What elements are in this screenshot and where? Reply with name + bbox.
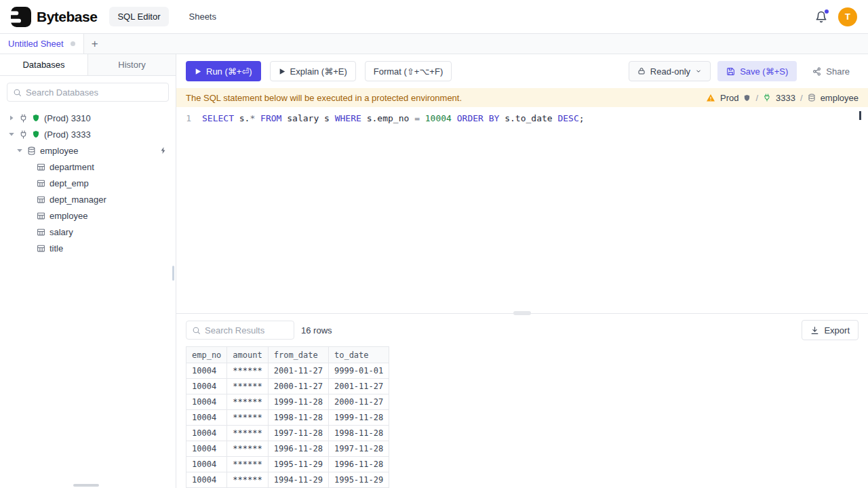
shield-icon <box>32 130 40 138</box>
tree-item-label: employee <box>40 146 78 156</box>
tree-item-prod-3333[interactable]: (Prod) 3333 <box>0 126 176 142</box>
tree-item-employee[interactable]: employee <box>0 207 176 224</box>
table-cell[interactable]: 10004 <box>186 379 227 394</box>
download-icon <box>810 326 819 335</box>
column-header-from_date[interactable]: from_date <box>268 347 328 363</box>
share-button[interactable]: Share <box>804 61 859 81</box>
table-cell[interactable]: 9999-01-01 <box>328 363 389 379</box>
table-cell[interactable]: 1995-11-29 <box>328 472 389 488</box>
tree-item-prod-3310[interactable]: (Prod) 3310 <box>0 110 176 126</box>
run-button[interactable]: Run (⌘+⏎) <box>186 61 261 81</box>
tree-item-label: department <box>50 162 94 172</box>
table-cell[interactable]: 1996-11-28 <box>268 441 328 457</box>
results-table-container: emp_noamountfrom_dateto_date 10004******… <box>176 346 868 488</box>
table-cell[interactable]: 10004 <box>186 394 227 410</box>
brand[interactable]: Bytebase <box>11 7 97 27</box>
tree-item-department[interactable]: department <box>0 159 176 175</box>
table-cell[interactable]: 1998-11-28 <box>328 426 389 441</box>
instance-label[interactable]: 3333 <box>776 93 795 103</box>
table-row[interactable]: 10004******1998-11-281999-11-28 <box>186 410 389 426</box>
table-cell[interactable]: 10004 <box>186 441 227 457</box>
tree-item-employee[interactable]: employee <box>0 142 176 159</box>
column-header-amount[interactable]: amount <box>227 347 268 363</box>
table-cell[interactable]: 1996-11-28 <box>328 457 389 472</box>
shield-icon <box>32 114 40 122</box>
sidebar-resize-handle[interactable] <box>172 266 174 281</box>
tab-dirty-dot[interactable] <box>71 41 75 46</box>
explain-button[interactable]: Explain (⌘+E) <box>270 61 356 81</box>
nav-sql-editor[interactable]: SQL Editor <box>109 7 168 26</box>
database-icon <box>808 94 816 102</box>
add-sheet-button[interactable]: + <box>84 34 106 54</box>
table-cell[interactable]: 2001-11-27 <box>328 379 389 394</box>
database-search-input[interactable] <box>26 87 163 98</box>
table-cell[interactable]: ****** <box>227 410 268 426</box>
table-cell[interactable]: 2000-11-27 <box>268 379 328 394</box>
tab-databases[interactable]: Databases <box>0 54 88 75</box>
environment-label[interactable]: Prod <box>720 93 738 103</box>
panel-drag-handle[interactable] <box>513 311 531 315</box>
tree-item-dept_manager[interactable]: dept_manager <box>0 191 176 207</box>
search-icon <box>13 88 22 97</box>
table-cell[interactable]: ****** <box>227 394 268 410</box>
table-cell[interactable]: 10004 <box>186 363 227 379</box>
column-header-emp_no[interactable]: emp_no <box>186 347 227 363</box>
table-row[interactable]: 10004******1994-11-291995-11-29 <box>186 472 389 488</box>
table-cell[interactable]: 10004 <box>186 410 227 426</box>
tree-item-label: title <box>50 243 63 253</box>
avatar[interactable]: T <box>838 7 857 26</box>
table-cell[interactable]: 1997-11-28 <box>268 426 328 441</box>
table-cell[interactable]: ****** <box>227 379 268 394</box>
tree-item-label: employee <box>50 211 87 221</box>
instance-icon <box>19 114 28 123</box>
editor-overview-cursor <box>859 111 861 120</box>
table-cell[interactable]: ****** <box>227 441 268 457</box>
table-cell[interactable]: ****** <box>227 363 268 379</box>
table-cell[interactable]: ****** <box>227 457 268 472</box>
table-row[interactable]: 10004******2000-11-272001-11-27 <box>186 379 389 394</box>
save-button[interactable]: Save (⌘+S) <box>717 61 797 81</box>
tree-item-dept_emp[interactable]: dept_emp <box>0 175 176 191</box>
results-search[interactable] <box>186 321 294 340</box>
tree-item-salary[interactable]: salary <box>0 224 176 240</box>
table-row[interactable]: 10004******1995-11-291996-11-28 <box>186 457 389 472</box>
table-cell[interactable]: 1999-11-28 <box>328 410 389 426</box>
sheet-tab-untitled[interactable]: Untitled Sheet <box>0 34 84 54</box>
table-cell[interactable]: 1999-11-28 <box>268 394 328 410</box>
export-button[interactable]: Export <box>802 320 859 340</box>
readonly-mode-button[interactable]: Read-only <box>629 61 711 81</box>
database-search[interactable] <box>7 83 169 102</box>
share-icon <box>812 67 821 76</box>
nav-sheets[interactable]: Sheets <box>181 7 224 26</box>
caret-down-icon <box>8 131 15 138</box>
row-count: 16 rows <box>301 325 332 336</box>
table-cell[interactable]: 1995-11-29 <box>268 457 328 472</box>
table-cell[interactable]: 1994-11-29 <box>268 472 328 488</box>
table-cell[interactable]: 10004 <box>186 457 227 472</box>
table-row[interactable]: 10004******1997-11-281998-11-28 <box>186 426 389 441</box>
table-cell[interactable]: 1998-11-28 <box>268 410 328 426</box>
column-header-to_date[interactable]: to_date <box>328 347 389 363</box>
tab-history[interactable]: History <box>88 54 176 75</box>
table-row[interactable]: 10004******1999-11-282000-11-27 <box>186 394 389 410</box>
table-cell[interactable]: 2001-11-27 <box>268 363 328 379</box>
table-row[interactable]: 10004******2001-11-279999-01-01 <box>186 363 389 379</box>
database-icon <box>27 146 36 155</box>
top-bar-right: T <box>815 7 857 26</box>
table-cell[interactable]: ****** <box>227 472 268 488</box>
table-cell[interactable]: 1997-11-28 <box>328 441 389 457</box>
sql-editor[interactable]: 1 SELECT s.* FROM salary s WHERE s.emp_n… <box>176 107 868 313</box>
sidebar-hscrollbar[interactable] <box>73 484 99 487</box>
table-cell[interactable]: ****** <box>227 426 268 441</box>
format-button[interactable]: Format (⇧+⌥+F) <box>365 61 452 81</box>
breadcrumb-separator: / <box>755 93 758 103</box>
results-search-input[interactable] <box>205 325 288 336</box>
table-cell[interactable]: 2000-11-27 <box>328 394 389 410</box>
tree-item-title[interactable]: title <box>0 240 176 256</box>
table-cell[interactable]: 10004 <box>186 426 227 441</box>
database-label[interactable]: employee <box>821 93 859 103</box>
table-row[interactable]: 10004******1996-11-281997-11-28 <box>186 441 389 457</box>
line-number: 1 <box>176 112 202 125</box>
table-cell[interactable]: 10004 <box>186 472 227 488</box>
notifications-bell-icon[interactable] <box>815 11 827 23</box>
